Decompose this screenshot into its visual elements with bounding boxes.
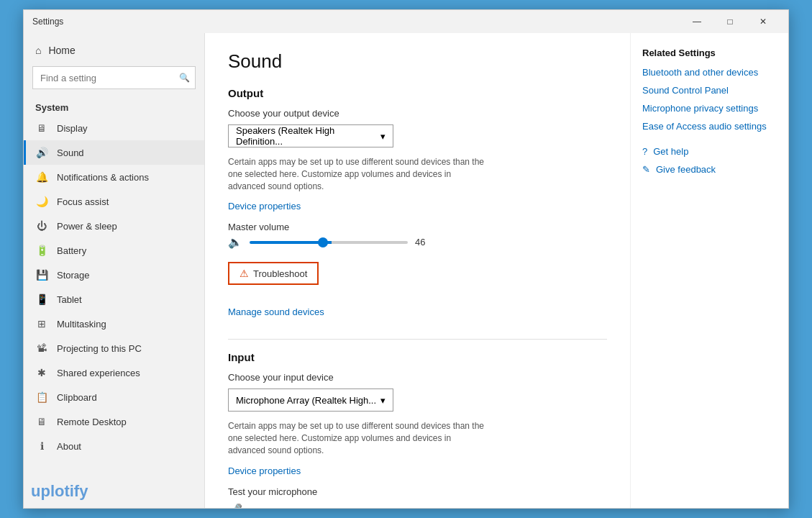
home-label: Home	[48, 45, 75, 56]
microphone-icon: 🎤	[228, 503, 242, 508]
sidebar-label-sound: Sound	[57, 147, 84, 158]
sidebar-section-system: System	[24, 98, 204, 116]
input-section: Input Choose your input device Microphon…	[228, 351, 607, 508]
notifications-icon: 🔔	[35, 171, 48, 183]
input-hint-text: Certain apps may be set up to use differ…	[228, 420, 487, 456]
sidebar-item-tablet[interactable]: 📱 Tablet	[24, 287, 204, 312]
output-device-dropdown[interactable]: Speakers (Realtek High Definition... ▾	[228, 124, 393, 147]
sidebar-item-about[interactable]: ℹ About	[24, 434, 204, 458]
related-link-bluetooth[interactable]: Bluetooth and other devices	[642, 67, 777, 78]
output-section: Output Choose your output device Speaker…	[228, 87, 607, 327]
sidebar-label-about: About	[57, 441, 81, 452]
sidebar-item-battery[interactable]: 🔋 Battery	[24, 238, 204, 263]
help-section: ? Get help ✎ Give feedback	[642, 146, 777, 175]
sidebar-item-display[interactable]: 🖥 Display	[24, 116, 204, 140]
input-device-properties-link[interactable]: Device properties	[228, 465, 301, 476]
feedback-icon: ✎	[642, 164, 650, 175]
display-icon: 🖥	[35, 122, 48, 135]
tablet-icon: 📱	[35, 293, 48, 306]
search-icon: 🔍	[179, 73, 190, 83]
give-feedback-label: Give feedback	[656, 164, 716, 175]
battery-icon: 🔋	[35, 244, 48, 257]
sidebar-item-power[interactable]: ⏻ Power & sleep	[24, 214, 204, 238]
sidebar-label-battery: Battery	[57, 245, 86, 256]
sidebar-label-display: Display	[57, 123, 88, 134]
storage-icon: 💾	[35, 268, 48, 281]
related-link-ease-access[interactable]: Ease of Access audio settings	[642, 121, 777, 132]
sidebar-item-storage[interactable]: 💾 Storage	[24, 263, 204, 287]
related-link-mic-privacy[interactable]: Microphone privacy settings	[642, 103, 777, 114]
shared-icon: ✱	[35, 366, 48, 379]
sound-icon: 🔊	[35, 146, 48, 159]
give-feedback-item[interactable]: ✎ Give feedback	[642, 164, 777, 175]
titlebar: Settings — □ ✕	[24, 10, 788, 33]
sidebar-label-clipboard: Clipboard	[57, 392, 97, 403]
input-chevron-icon: ▾	[380, 395, 386, 406]
sidebar-item-sound[interactable]: 🔊 Sound	[24, 140, 204, 165]
speaker-icon: 🔈	[228, 235, 242, 249]
about-icon: ℹ	[35, 440, 48, 453]
sidebar-label-multitasking: Multitasking	[57, 319, 106, 330]
chevron-down-icon: ▾	[380, 131, 386, 142]
remote-icon: 🖥	[35, 415, 48, 428]
related-settings-title: Related Settings	[642, 47, 777, 58]
home-icon: ⌂	[35, 45, 41, 56]
window-controls: — □ ✕	[680, 10, 780, 33]
sidebar-label-focus: Focus assist	[57, 196, 109, 207]
minimize-button[interactable]: —	[680, 10, 713, 33]
sidebar-label-projecting: Projecting to this PC	[57, 343, 142, 354]
sidebar-label-remote: Remote Desktop	[57, 417, 127, 427]
manage-sound-devices-link[interactable]: Manage sound devices	[228, 306, 324, 317]
master-volume-label: Master volume	[228, 222, 607, 232]
sidebar-item-shared[interactable]: ✱ Shared experiences	[24, 360, 204, 385]
input-device-dropdown[interactable]: Microphone Array (Realtek High... ▾	[228, 388, 393, 412]
get-help-label: Get help	[653, 146, 688, 157]
focus-icon: 🌙	[35, 195, 48, 208]
input-section-title: Input	[228, 351, 607, 363]
sidebar-label-storage: Storage	[57, 270, 90, 281]
help-icon: ?	[642, 146, 647, 157]
related-link-sound-panel[interactable]: Sound Control Panel	[642, 85, 777, 96]
sidebar-item-notifications[interactable]: 🔔 Notifications & actions	[24, 165, 204, 189]
volume-value: 46	[415, 237, 433, 247]
test-microphone-label: Test your microphone	[228, 486, 607, 497]
related-settings-panel: Related Settings Bluetooth and other dev…	[630, 33, 788, 508]
content-area: ⌂ Home 🔍 System 🖥 Display 🔊 Sound 🔔 Noti…	[24, 33, 788, 508]
settings-window: Settings — □ ✕ ⌂ Home 🔍 System 🖥 Display	[23, 9, 789, 509]
maximize-button[interactable]: □	[713, 10, 747, 33]
sidebar-label-tablet: Tablet	[57, 294, 82, 305]
close-button[interactable]: ✕	[747, 10, 780, 33]
main-content: Sound Output Choose your output device S…	[205, 33, 630, 508]
sidebar-item-projecting[interactable]: 📽 Projecting to this PC	[24, 336, 204, 360]
sidebar-item-clipboard[interactable]: 📋 Clipboard	[24, 385, 204, 409]
page-title: Sound	[228, 50, 607, 73]
output-troubleshoot-label: Troubleshoot	[253, 268, 307, 279]
mic-test-row: 🎤	[228, 503, 607, 508]
output-device-label: Choose your output device	[228, 108, 607, 119]
sidebar-label-shared: Shared experiences	[57, 368, 140, 378]
sidebar: ⌂ Home 🔍 System 🖥 Display 🔊 Sound 🔔 Noti…	[24, 33, 205, 508]
sidebar-item-focus[interactable]: 🌙 Focus assist	[24, 189, 204, 214]
clipboard-icon: 📋	[35, 391, 48, 404]
sidebar-item-multitasking[interactable]: ⊞ Multitasking	[24, 312, 204, 336]
search-box: 🔍	[32, 66, 196, 89]
output-device-value: Speakers (Realtek High Definition...	[236, 125, 380, 147]
output-hint-text: Certain apps may be set up to use differ…	[228, 156, 487, 192]
multitasking-icon: ⊞	[35, 317, 48, 330]
input-device-label: Choose your input device	[228, 372, 607, 383]
output-troubleshoot-button[interactable]: ⚠ Troubleshoot	[228, 262, 319, 285]
input-device-value: Microphone Array (Realtek High...	[236, 395, 376, 406]
window-title: Settings	[32, 17, 63, 27]
sidebar-item-home[interactable]: ⌂ Home	[24, 39, 204, 62]
sidebar-item-remote[interactable]: 🖥 Remote Desktop	[24, 409, 204, 434]
volume-slider[interactable]	[250, 241, 408, 244]
divider-output-input	[228, 339, 607, 340]
volume-slider-container: 🔈 46	[228, 235, 607, 249]
power-icon: ⏻	[35, 219, 48, 232]
search-input[interactable]	[32, 66, 196, 89]
device-properties-link[interactable]: Device properties	[228, 201, 301, 212]
sidebar-label-power: Power & sleep	[57, 221, 117, 232]
output-section-title: Output	[228, 87, 607, 99]
get-help-item[interactable]: ? Get help	[642, 146, 777, 157]
projecting-icon: 📽	[35, 342, 48, 355]
